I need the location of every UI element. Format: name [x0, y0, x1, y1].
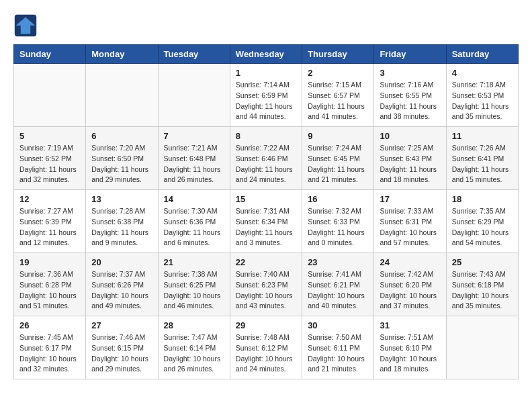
day-info: Sunrise: 7:50 AM Sunset: 6:11 PM Dayligh…	[308, 332, 368, 375]
calendar-week-0: 1Sunrise: 7:14 AM Sunset: 6:59 PM Daylig…	[14, 64, 519, 127]
weekday-header-friday: Friday	[374, 45, 446, 64]
day-info: Sunrise: 7:47 AM Sunset: 6:14 PM Dayligh…	[164, 332, 224, 375]
day-number: 7	[164, 131, 224, 141]
day-info: Sunrise: 7:45 AM Sunset: 6:17 PM Dayligh…	[19, 332, 80, 375]
calendar-cell: 27Sunrise: 7:46 AM Sunset: 6:15 PM Dayli…	[86, 316, 158, 379]
day-info: Sunrise: 7:48 AM Sunset: 6:12 PM Dayligh…	[236, 332, 296, 375]
calendar-cell: 21Sunrise: 7:38 AM Sunset: 6:25 PM Dayli…	[158, 253, 230, 316]
calendar-cell	[446, 316, 518, 379]
calendar-header: SundayMondayTuesdayWednesdayThursdayFrid…	[14, 45, 519, 64]
day-number: 6	[91, 131, 152, 141]
day-number: 1	[236, 68, 296, 78]
day-number: 11	[452, 131, 513, 141]
calendar-cell: 10Sunrise: 7:25 AM Sunset: 6:43 PM Dayli…	[374, 127, 446, 190]
day-info: Sunrise: 7:51 AM Sunset: 6:10 PM Dayligh…	[380, 332, 440, 375]
day-number: 24	[380, 257, 440, 267]
day-number: 14	[164, 194, 224, 204]
calendar-cell: 1Sunrise: 7:14 AM Sunset: 6:59 PM Daylig…	[230, 64, 302, 127]
day-number: 16	[308, 194, 368, 204]
day-info: Sunrise: 7:20 AM Sunset: 6:50 PM Dayligh…	[91, 143, 152, 185]
calendar-cell: 15Sunrise: 7:31 AM Sunset: 6:34 PM Dayli…	[230, 190, 302, 253]
weekday-header-sunday: Sunday	[14, 45, 86, 64]
day-number: 30	[308, 320, 368, 330]
calendar-cell: 13Sunrise: 7:28 AM Sunset: 6:38 PM Dayli…	[86, 190, 158, 253]
calendar-cell: 22Sunrise: 7:40 AM Sunset: 6:23 PM Dayli…	[230, 253, 302, 316]
calendar-week-1: 5Sunrise: 7:19 AM Sunset: 6:52 PM Daylig…	[14, 127, 519, 190]
calendar-cell: 8Sunrise: 7:22 AM Sunset: 6:46 PM Daylig…	[230, 127, 302, 190]
calendar-week-2: 12Sunrise: 7:27 AM Sunset: 6:39 PM Dayli…	[14, 190, 519, 253]
calendar-cell: 7Sunrise: 7:21 AM Sunset: 6:48 PM Daylig…	[158, 127, 230, 190]
day-info: Sunrise: 7:18 AM Sunset: 6:53 PM Dayligh…	[452, 80, 513, 122]
calendar-cell: 16Sunrise: 7:32 AM Sunset: 6:33 PM Dayli…	[302, 190, 374, 253]
day-number: 10	[380, 131, 440, 141]
day-number: 26	[19, 320, 80, 330]
day-number: 29	[236, 320, 296, 330]
calendar-table: SundayMondayTuesdayWednesdayThursdayFrid…	[13, 44, 519, 379]
calendar-cell: 5Sunrise: 7:19 AM Sunset: 6:52 PM Daylig…	[14, 127, 86, 190]
day-number: 8	[236, 131, 296, 141]
calendar-cell: 14Sunrise: 7:30 AM Sunset: 6:36 PM Dayli…	[158, 190, 230, 253]
day-info: Sunrise: 7:32 AM Sunset: 6:33 PM Dayligh…	[308, 206, 368, 248]
calendar-cell: 26Sunrise: 7:45 AM Sunset: 6:17 PM Dayli…	[14, 316, 86, 379]
day-info: Sunrise: 7:22 AM Sunset: 6:46 PM Dayligh…	[236, 143, 296, 185]
calendar-cell: 20Sunrise: 7:37 AM Sunset: 6:26 PM Dayli…	[86, 253, 158, 316]
logo-icon	[13, 13, 38, 38]
day-info: Sunrise: 7:46 AM Sunset: 6:15 PM Dayligh…	[91, 332, 152, 375]
day-info: Sunrise: 7:25 AM Sunset: 6:43 PM Dayligh…	[380, 143, 440, 185]
calendar-cell	[158, 64, 230, 127]
calendar-cell: 2Sunrise: 7:15 AM Sunset: 6:57 PM Daylig…	[302, 64, 374, 127]
calendar-cell: 9Sunrise: 7:24 AM Sunset: 6:45 PM Daylig…	[302, 127, 374, 190]
day-number: 28	[164, 320, 224, 330]
day-number: 2	[308, 68, 368, 78]
weekday-header-monday: Monday	[86, 45, 158, 64]
calendar-cell: 18Sunrise: 7:35 AM Sunset: 6:29 PM Dayli…	[446, 190, 518, 253]
calendar-cell: 29Sunrise: 7:48 AM Sunset: 6:12 PM Dayli…	[230, 316, 302, 379]
day-number: 18	[452, 194, 513, 204]
day-number: 12	[19, 194, 80, 204]
calendar-cell: 11Sunrise: 7:26 AM Sunset: 6:41 PM Dayli…	[446, 127, 518, 190]
day-info: Sunrise: 7:16 AM Sunset: 6:55 PM Dayligh…	[380, 80, 440, 122]
day-info: Sunrise: 7:33 AM Sunset: 6:31 PM Dayligh…	[380, 206, 440, 248]
day-info: Sunrise: 7:19 AM Sunset: 6:52 PM Dayligh…	[19, 143, 80, 185]
day-info: Sunrise: 7:24 AM Sunset: 6:45 PM Dayligh…	[308, 143, 368, 185]
calendar-cell: 23Sunrise: 7:41 AM Sunset: 6:21 PM Dayli…	[302, 253, 374, 316]
day-info: Sunrise: 7:36 AM Sunset: 6:28 PM Dayligh…	[19, 269, 80, 312]
day-number: 22	[236, 257, 296, 267]
calendar-week-3: 19Sunrise: 7:36 AM Sunset: 6:28 PM Dayli…	[14, 253, 519, 316]
day-number: 9	[308, 131, 368, 141]
calendar-cell: 30Sunrise: 7:50 AM Sunset: 6:11 PM Dayli…	[302, 316, 374, 379]
weekday-header-saturday: Saturday	[446, 45, 518, 64]
day-number: 15	[236, 194, 296, 204]
day-number: 20	[91, 257, 152, 267]
calendar-cell: 6Sunrise: 7:20 AM Sunset: 6:50 PM Daylig…	[86, 127, 158, 190]
day-info: Sunrise: 7:43 AM Sunset: 6:18 PM Dayligh…	[452, 269, 513, 312]
calendar-cell: 24Sunrise: 7:42 AM Sunset: 6:20 PM Dayli…	[374, 253, 446, 316]
day-number: 4	[452, 68, 513, 78]
weekday-header-tuesday: Tuesday	[158, 45, 230, 64]
day-info: Sunrise: 7:30 AM Sunset: 6:36 PM Dayligh…	[164, 206, 224, 248]
day-number: 13	[91, 194, 152, 204]
calendar-cell: 12Sunrise: 7:27 AM Sunset: 6:39 PM Dayli…	[14, 190, 86, 253]
logo	[13, 13, 42, 38]
calendar-week-4: 26Sunrise: 7:45 AM Sunset: 6:17 PM Dayli…	[14, 316, 519, 379]
day-number: 31	[380, 320, 440, 330]
day-number: 21	[164, 257, 224, 267]
calendar-cell: 25Sunrise: 7:43 AM Sunset: 6:18 PM Dayli…	[446, 253, 518, 316]
weekday-header-wednesday: Wednesday	[230, 45, 302, 64]
day-info: Sunrise: 7:21 AM Sunset: 6:48 PM Dayligh…	[164, 143, 224, 185]
day-number: 17	[380, 194, 440, 204]
calendar-cell: 31Sunrise: 7:51 AM Sunset: 6:10 PM Dayli…	[374, 316, 446, 379]
day-info: Sunrise: 7:41 AM Sunset: 6:21 PM Dayligh…	[308, 269, 368, 312]
day-info: Sunrise: 7:40 AM Sunset: 6:23 PM Dayligh…	[236, 269, 296, 312]
calendar-cell: 19Sunrise: 7:36 AM Sunset: 6:28 PM Dayli…	[14, 253, 86, 316]
day-info: Sunrise: 7:28 AM Sunset: 6:38 PM Dayligh…	[91, 206, 152, 248]
calendar-cell: 28Sunrise: 7:47 AM Sunset: 6:14 PM Dayli…	[158, 316, 230, 379]
day-number: 23	[308, 257, 368, 267]
day-number: 27	[91, 320, 152, 330]
day-info: Sunrise: 7:38 AM Sunset: 6:25 PM Dayligh…	[164, 269, 224, 312]
calendar-cell: 3Sunrise: 7:16 AM Sunset: 6:55 PM Daylig…	[374, 64, 446, 127]
day-info: Sunrise: 7:26 AM Sunset: 6:41 PM Dayligh…	[452, 143, 513, 185]
day-number: 5	[19, 131, 80, 141]
page-header	[13, 13, 519, 38]
day-info: Sunrise: 7:35 AM Sunset: 6:29 PM Dayligh…	[452, 206, 513, 248]
